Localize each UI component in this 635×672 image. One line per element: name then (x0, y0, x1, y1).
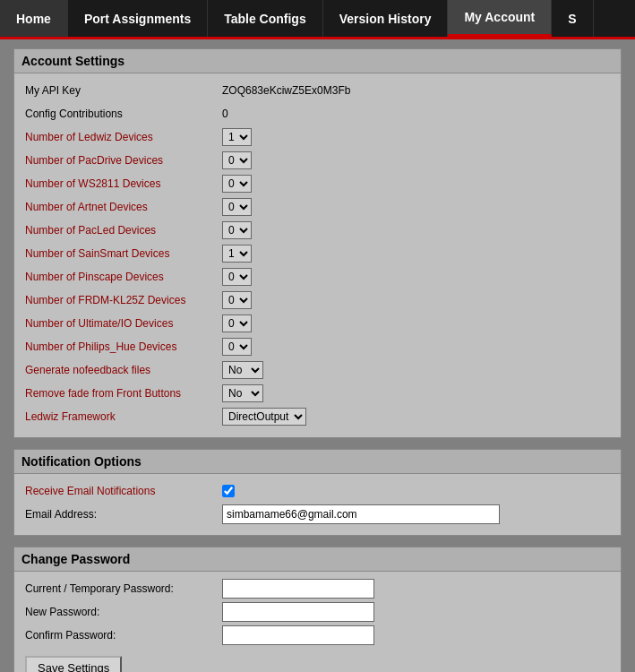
remove-fade-select[interactable]: NoYes (222, 384, 263, 402)
new-password-input[interactable] (222, 602, 374, 622)
device-label-8: Number of Ultimate/IO Devices (25, 317, 222, 330)
device-label-4: Number of PacLed Devices (25, 224, 222, 237)
device-select-8[interactable]: 01234 (222, 314, 252, 332)
device-label-6: Number of Pinscape Devices (25, 271, 222, 283)
device-dropdown-row-7: Number of FRDM-KL25Z Devices01234 (25, 290, 610, 310)
account-settings-body: My API Key ZOQ683eKciwZ5Ex0M3Fb Config C… (14, 73, 621, 437)
confirm-password-label: Confirm Password: (25, 629, 222, 642)
email-address-row: Email Address: (25, 504, 610, 524)
device-select-3[interactable]: 01234 (222, 198, 252, 216)
nav-item-port-assignments[interactable]: Port Assignments (68, 0, 208, 37)
device-dropdown-row-2: Number of WS2811 Devices01234 (25, 174, 610, 194)
device-label-3: Number of Artnet Devices (25, 201, 222, 213)
confirm-password-input[interactable] (222, 625, 374, 645)
device-label-7: Number of FRDM-KL25Z Devices (25, 294, 222, 306)
new-password-row: New Password: (25, 602, 610, 622)
device-select-6[interactable]: 01234 (222, 268, 252, 286)
ledwiz-framework-row: Ledwiz Framework DirectOutputLegacy (25, 407, 610, 426)
email-address-label: Email Address: (25, 508, 222, 521)
nofeedback-row: Generate nofeedback files NoYes (25, 360, 610, 380)
device-select-7[interactable]: 01234 (222, 291, 252, 309)
email-notifications-row: Receive Email Notifications (25, 481, 610, 501)
config-contributions-row: Config Contributions 0 (25, 104, 610, 124)
main-nav: Home Port Assignments Table Configs Vers… (0, 0, 635, 39)
device-dropdown-row-9: Number of Philips_Hue Devices01234 (25, 337, 610, 357)
change-password-section: Change Password Current / Temporary Pass… (13, 547, 622, 672)
device-label-5: Number of SainSmart Devices (25, 247, 222, 260)
nav-item-my-account[interactable]: My Account (448, 0, 552, 37)
device-select-2[interactable]: 01234 (222, 175, 252, 193)
confirm-password-row: Confirm Password: (25, 625, 610, 645)
device-label-9: Number of Philips_Hue Devices (25, 340, 222, 353)
api-key-row: My API Key ZOQ683eKciwZ5Ex0M3Fb (25, 81, 610, 100)
nav-item-home[interactable]: Home (0, 0, 68, 37)
new-password-label: New Password: (25, 606, 222, 618)
device-dropdown-row-1: Number of PacDrive Devices01234 (25, 151, 610, 170)
email-notifications-label: Receive Email Notifications (25, 485, 222, 497)
current-password-label: Current / Temporary Password: (25, 582, 222, 595)
notification-options-body: Receive Email Notifications Email Addres… (14, 474, 621, 535)
remove-fade-row: Remove fade from Front Buttons NoYes (25, 383, 610, 403)
current-password-row: Current / Temporary Password: (25, 579, 610, 599)
device-dropdown-row-0: Number of Ledwiz Devices01234 (25, 127, 610, 147)
nav-item-s[interactable]: S (552, 0, 593, 37)
device-label-2: Number of WS2811 Devices (25, 177, 222, 190)
device-dropdown-row-8: Number of Ultimate/IO Devices01234 (25, 314, 610, 333)
device-dropdown-row-5: Number of SainSmart Devices01234 (25, 244, 610, 263)
api-key-label: My API Key (25, 84, 222, 97)
email-address-input[interactable] (222, 504, 500, 524)
change-password-body: Current / Temporary Password: New Passwo… (14, 572, 621, 672)
device-select-5[interactable]: 01234 (222, 245, 252, 263)
nofeedback-select[interactable]: NoYes (222, 361, 263, 379)
device-select-4[interactable]: 01234 (222, 221, 252, 239)
current-password-input[interactable] (222, 579, 374, 599)
save-settings-button[interactable]: Save Settings (25, 656, 122, 672)
device-dropdown-row-4: Number of PacLed Devices01234 (25, 220, 610, 240)
config-contributions-label: Config Contributions (25, 108, 222, 120)
notification-options-section: Notification Options Receive Email Notif… (13, 449, 622, 536)
config-contributions-value: 0 (222, 108, 228, 120)
device-dropdowns: Number of Ledwiz Devices01234Number of P… (25, 127, 610, 357)
device-select-1[interactable]: 01234 (222, 151, 252, 169)
device-select-0[interactable]: 01234 (222, 128, 252, 146)
change-password-header: Change Password (14, 547, 621, 572)
device-label-0: Number of Ledwiz Devices (25, 131, 222, 143)
nofeedback-label: Generate nofeedback files (25, 364, 222, 376)
ledwiz-framework-select[interactable]: DirectOutputLegacy (222, 408, 306, 426)
ledwiz-framework-label: Ledwiz Framework (25, 410, 222, 423)
remove-fade-label: Remove fade from Front Buttons (25, 387, 222, 400)
account-settings-header: Account Settings (14, 49, 621, 73)
nav-item-table-configs[interactable]: Table Configs (208, 0, 323, 37)
api-key-value: ZOQ683eKciwZ5Ex0M3Fb (222, 84, 350, 97)
notification-options-header: Notification Options (14, 450, 621, 474)
device-label-1: Number of PacDrive Devices (25, 154, 222, 167)
page-content: Account Settings My API Key ZOQ683eKciwZ… (0, 39, 635, 672)
email-notifications-checkbox[interactable] (222, 485, 235, 497)
device-select-9[interactable]: 01234 (222, 338, 252, 356)
device-dropdown-row-3: Number of Artnet Devices01234 (25, 197, 610, 217)
account-settings-section: Account Settings My API Key ZOQ683eKciwZ… (13, 48, 622, 438)
device-dropdown-row-6: Number of Pinscape Devices01234 (25, 267, 610, 287)
nav-item-version-history[interactable]: Version History (323, 0, 449, 37)
